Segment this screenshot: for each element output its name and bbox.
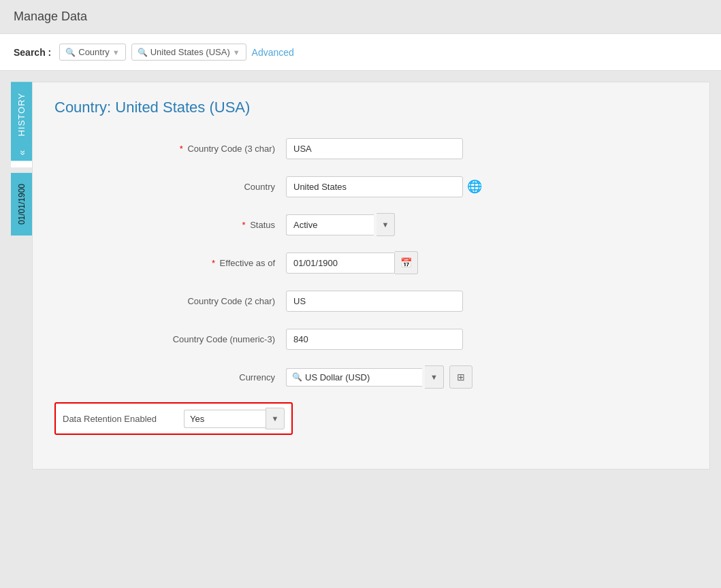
filter-2-value: United States (USA) bbox=[150, 47, 230, 57]
country-code-3-row: * Country Code (3 char) bbox=[54, 135, 688, 161]
country-code-2-label: Country Code (2 char) bbox=[54, 296, 286, 306]
filter-1-value: Country bbox=[78, 47, 110, 57]
search-label: Search : bbox=[14, 47, 51, 58]
filter-dropdown-1[interactable]: 🔍 Country ▼ bbox=[59, 44, 125, 61]
date-tab[interactable]: 01/01/1900 bbox=[11, 173, 32, 235]
currency-search-icon: 🔍 bbox=[292, 372, 302, 382]
history-tab[interactable]: « HISTORY bbox=[11, 82, 32, 161]
currency-label: Currency bbox=[54, 372, 286, 382]
history-label: HISTORY bbox=[16, 93, 27, 136]
status-select[interactable]: Active Inactive bbox=[286, 214, 374, 235]
search-bar: Search : 🔍 Country ▼ 🔍 United States (US… bbox=[0, 33, 721, 71]
country-code-3-label: * Country Code (3 char) bbox=[54, 144, 286, 154]
currency-value: US Dollar (USD) bbox=[305, 372, 370, 382]
search-icon-2: 🔍 bbox=[138, 48, 148, 57]
sidebar: « HISTORY 01/01/1900 bbox=[11, 82, 32, 470]
page-title: Manage Data bbox=[0, 0, 721, 33]
data-retention-select[interactable]: Yes No bbox=[184, 410, 266, 428]
form-title: Country: United States (USA) bbox=[54, 99, 688, 116]
filter-dropdown-2[interactable]: 🔍 United States (USA) ▼ bbox=[131, 44, 246, 61]
country-code-2-row: Country Code (2 char) bbox=[54, 288, 688, 314]
calendar-button[interactable]: 📅 bbox=[395, 251, 418, 274]
form-panel: Country: United States (USA) * Country C… bbox=[32, 82, 710, 470]
country-input[interactable] bbox=[286, 176, 463, 197]
required-star-2: * bbox=[242, 220, 245, 230]
effective-date-input[interactable] bbox=[286, 252, 395, 274]
grid-button[interactable]: ⊞ bbox=[449, 365, 472, 389]
effective-row: * Effective as of 📅 bbox=[54, 250, 688, 276]
globe-icon[interactable]: 🌐 bbox=[467, 179, 482, 194]
currency-arrow-btn[interactable]: ▼ bbox=[425, 365, 444, 389]
status-row: * Status Active Inactive ▼ bbox=[54, 212, 688, 238]
status-arrow[interactable]: ▼ bbox=[376, 213, 395, 236]
country-code-num-input[interactable] bbox=[286, 329, 463, 350]
data-retention-label: Data Retention Enabled bbox=[63, 414, 157, 424]
country-label: Country bbox=[54, 182, 286, 192]
data-retention-row: Data Retention Enabled Yes No ▼ bbox=[54, 402, 688, 435]
country-code-num-label: Country Code (numeric-3) bbox=[54, 334, 286, 344]
country-code-3-input[interactable] bbox=[286, 138, 463, 159]
required-star-1: * bbox=[180, 144, 183, 154]
currency-wrapper: 🔍 US Dollar (USD) ▼ ⊞ bbox=[286, 365, 472, 389]
currency-search-box[interactable]: 🔍 US Dollar (USD) bbox=[286, 368, 422, 387]
status-select-wrapper: Active Inactive ▼ bbox=[286, 213, 395, 236]
country-code-2-input[interactable] bbox=[286, 291, 463, 312]
date-input-wrapper: 📅 bbox=[286, 251, 418, 274]
status-label: * Status bbox=[54, 220, 286, 230]
chevron-down-icon-1: ▼ bbox=[112, 48, 120, 56]
data-retention-highlight-box: Data Retention Enabled Yes No ▼ bbox=[54, 402, 293, 435]
currency-row: Currency 🔍 US Dollar (USD) ▼ ⊞ bbox=[54, 364, 688, 390]
date-label: 01/01/1900 bbox=[17, 184, 27, 225]
chevron-down-icon-2: ▼ bbox=[233, 48, 240, 56]
country-row: Country 🌐 bbox=[54, 174, 688, 199]
required-star-3: * bbox=[212, 258, 215, 268]
effective-label: * Effective as of bbox=[54, 258, 286, 268]
country-code-num-row: Country Code (numeric-3) bbox=[54, 326, 688, 352]
advanced-link[interactable]: Advanced bbox=[252, 47, 294, 58]
chevron-left-icon: « bbox=[16, 150, 27, 156]
data-retention-arrow[interactable]: ▼ bbox=[266, 408, 285, 429]
search-icon-1: 🔍 bbox=[65, 48, 76, 57]
